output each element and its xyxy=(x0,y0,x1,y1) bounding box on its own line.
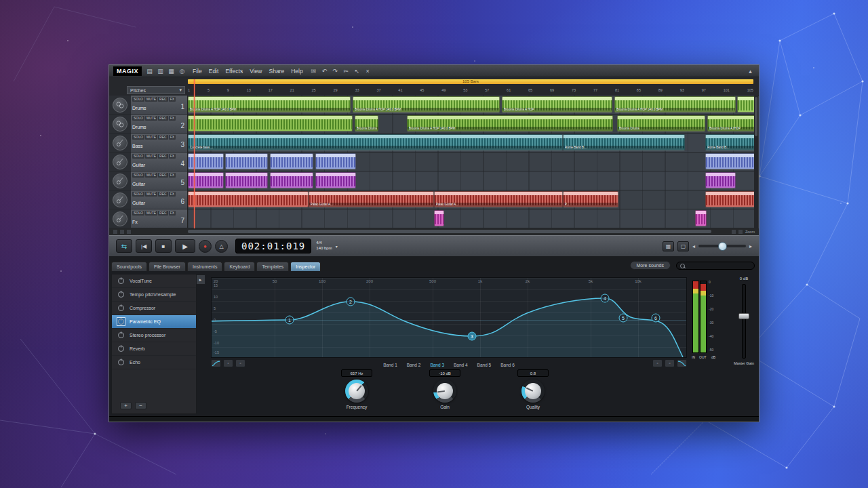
menu-view[interactable]: View xyxy=(247,67,264,75)
track-solo-button[interactable]: SOLO xyxy=(132,97,144,102)
effect-item-stereo-processor[interactable]: Stereo processor xyxy=(112,329,196,342)
scrollbar-handle[interactable] xyxy=(755,97,757,136)
tab-inspector[interactable]: Inspector xyxy=(290,262,321,271)
audio-clip[interactable]: Palao Guitar A... xyxy=(434,191,563,207)
effect-item-compressor[interactable]: Compressor xyxy=(112,302,196,315)
stop-button[interactable]: ■ xyxy=(155,239,172,253)
track-header[interactable]: SOLOMUTERECFXGuitar6 xyxy=(131,190,188,209)
effect-item-parametric-eq[interactable]: Parametric EQ xyxy=(112,315,196,329)
track-fx-button[interactable]: FX xyxy=(169,211,176,216)
audio-clip[interactable]: Brooms Drums A HOP 140.0 BPM xyxy=(353,96,500,113)
arranger-tool-icon[interactable] xyxy=(120,230,124,234)
eq-tool-button[interactable]: ▫ xyxy=(652,359,663,367)
effect-item-echo[interactable]: Echo xyxy=(112,356,196,369)
track-mute-button[interactable]: MUTE xyxy=(145,173,157,178)
piano-view-button[interactable]: ▦ xyxy=(663,241,674,251)
track-lane[interactable] xyxy=(188,152,754,171)
track-solo-button[interactable]: SOLO xyxy=(132,154,144,159)
window-collapse-icon[interactable]: ▴ xyxy=(746,68,755,75)
remove-effect-button[interactable]: − xyxy=(135,402,146,409)
track-lane[interactable]: Brooms Drums A HOP 140.0 BPMBrooms Drums… xyxy=(188,96,754,114)
audio-clip[interactable] xyxy=(695,210,707,226)
audio-clip[interactable] xyxy=(434,210,444,226)
audio-clip[interactable] xyxy=(737,96,754,113)
vertical-scrollbar[interactable] xyxy=(754,96,758,228)
arranger-tool-icon[interactable] xyxy=(113,230,117,234)
panel-collapse-button[interactable]: ▸ xyxy=(195,274,205,285)
power-icon[interactable] xyxy=(117,304,125,312)
track-header[interactable]: SOLOMUTERECFXDrums2 xyxy=(131,115,188,133)
eq-band-handle-3[interactable]: 3 xyxy=(468,332,477,341)
audio-clip[interactable]: Brooms Drums AJHOP xyxy=(707,115,754,131)
track-header[interactable]: SOLOMUTERECFXBass3 xyxy=(131,134,188,152)
record-button[interactable]: ● xyxy=(199,240,212,253)
audio-clip[interactable]: Brooms Drums xyxy=(617,115,705,131)
go-to-start-button[interactable]: |◀ xyxy=(136,239,152,253)
track-fx-button[interactable]: FX xyxy=(169,173,176,178)
loop-button[interactable]: ⇆ xyxy=(116,239,132,253)
track-rec-button[interactable]: REC xyxy=(158,173,168,178)
eq-band-handle-4[interactable]: 4 xyxy=(601,294,610,303)
zoom-slider-handle[interactable] xyxy=(718,242,727,251)
power-icon[interactable] xyxy=(117,331,125,340)
zoom-preset-icon[interactable] xyxy=(732,230,736,234)
effect-item-tempo-pitch-resample[interactable]: Tempo pitch/resample xyxy=(112,288,196,302)
tab-instruments[interactable]: Instruments xyxy=(187,262,223,271)
eq-graph[interactable]: 20501002005001k2k5k10k151050-5-10-151234… xyxy=(211,277,687,358)
zoom-preset-icon[interactable] xyxy=(738,230,743,234)
track-fx-button[interactable]: FX xyxy=(169,116,176,121)
track-rec-button[interactable]: REC xyxy=(158,116,168,121)
save-icon[interactable]: ▦ xyxy=(167,68,176,75)
track-rec-button[interactable]: REC xyxy=(158,135,168,140)
track-header[interactable]: SOLOMUTERECFXFx7 xyxy=(131,209,188,228)
track-fx-button[interactable]: FX xyxy=(169,97,176,102)
track-rec-button[interactable]: REC xyxy=(158,211,168,216)
track-mute-button[interactable]: MUTE xyxy=(145,192,157,197)
audio-clip[interactable]: Brooms Drums A HOP xyxy=(502,96,612,113)
audio-clip[interactable]: Rome Band B... xyxy=(563,134,685,150)
tab-templates[interactable]: Templates xyxy=(256,262,289,271)
band-button-band-1[interactable]: Band 1 xyxy=(383,363,397,367)
pointer-icon[interactable]: ↖ xyxy=(353,68,361,75)
eq-band-handle-1[interactable]: 1 xyxy=(285,316,294,325)
eq-tool-button[interactable]: ▫ xyxy=(235,359,245,367)
track-fx-button[interactable]: FX xyxy=(169,135,176,140)
undo-icon[interactable]: ↶ xyxy=(320,68,329,75)
metronome-button[interactable]: △ xyxy=(215,240,228,253)
delete-icon[interactable]: × xyxy=(363,68,372,75)
open-icon[interactable]: ▥ xyxy=(156,68,165,75)
track-solo-button[interactable]: SOLO xyxy=(132,135,144,140)
search-box[interactable] xyxy=(676,262,755,270)
new-file-icon[interactable]: ▤ xyxy=(145,68,154,75)
search-input[interactable] xyxy=(688,263,751,269)
power-icon[interactable] xyxy=(117,358,125,367)
playhead[interactable] xyxy=(194,79,195,228)
arranger-tool-icon[interactable] xyxy=(127,230,131,234)
track-lane[interactable]: Palao Guitar A...Palao Guitar A...P... xyxy=(188,190,754,209)
menu-file[interactable]: File xyxy=(190,67,205,75)
audio-clip[interactable] xyxy=(270,172,313,188)
eq-band-handle-5[interactable]: 5 xyxy=(619,314,628,323)
scrollbar-handle[interactable] xyxy=(188,230,711,233)
eq-tool-button[interactable]: ▫ xyxy=(665,359,675,367)
eq-band-handle-6[interactable]: 6 xyxy=(652,314,660,323)
arrangement-range-bar[interactable]: 105 Bars xyxy=(188,79,753,84)
lowpass-filter-icon[interactable] xyxy=(677,359,687,367)
audio-clip[interactable] xyxy=(705,153,754,169)
track-rec-button[interactable]: REC xyxy=(158,192,168,197)
redo-icon[interactable]: ↷ xyxy=(331,68,340,75)
track-mute-button[interactable]: MUTE xyxy=(145,135,157,140)
track-solo-button[interactable]: SOLO xyxy=(132,173,144,178)
band-button-band-6[interactable]: Band 6 xyxy=(500,363,515,367)
master-gain-handle[interactable] xyxy=(738,313,749,319)
power-icon[interactable] xyxy=(117,277,125,285)
audio-clip[interactable]: Brooms Drums A HOP 140.0 BPM xyxy=(188,96,351,113)
knob-dial[interactable] xyxy=(433,380,456,403)
chevron-down-icon[interactable]: ▾ xyxy=(336,244,338,249)
audio-clip[interactable] xyxy=(705,172,736,188)
audio-clip[interactable] xyxy=(705,191,754,207)
track-mute-button[interactable]: MUTE xyxy=(145,97,157,102)
audio-clip[interactable] xyxy=(225,172,268,188)
timeline-ruler[interactable]: 105 Bars 1591317212529333741454953576165… xyxy=(109,77,759,96)
track-mute-button[interactable]: MUTE xyxy=(145,116,157,121)
